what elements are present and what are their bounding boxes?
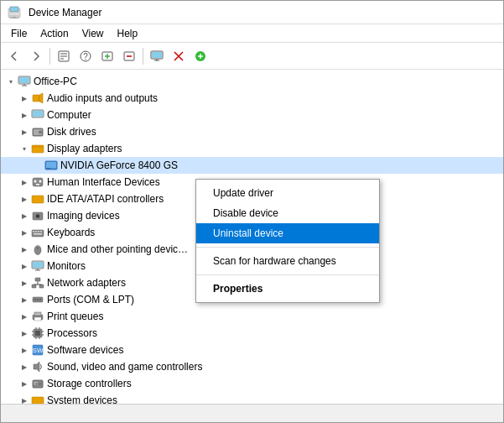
ctx-properties[interactable]: Properties	[196, 279, 379, 299]
window-icon	[8, 6, 21, 19]
audio-icon	[31, 91, 44, 105]
tree-item-audio[interactable]: ▶ Audio inputs and outputs	[1, 90, 503, 107]
computer-icon	[18, 75, 31, 88]
svg-point-40	[37, 215, 39, 217]
tree-item-disk[interactable]: ▶ Disk drives	[1, 123, 503, 140]
back-button[interactable]	[4, 46, 24, 66]
ctx-update-driver[interactable]: Update driver	[196, 183, 379, 203]
sound-icon	[31, 360, 44, 373]
disk-icon	[31, 125, 44, 138]
uninstall-button[interactable]	[119, 46, 139, 66]
tree-label: System devices	[47, 394, 117, 404]
title-bar: Device Manager	[1, 1, 503, 24]
expander-imaging[interactable]: ▶	[18, 209, 31, 222]
menu-file[interactable]: File	[4, 26, 34, 41]
expander-hid[interactable]: ▶	[18, 175, 31, 189]
context-menu: Update driver Disable device Uninstall d…	[195, 179, 380, 303]
properties-button[interactable]	[54, 46, 74, 66]
svg-rect-44	[38, 231, 39, 232]
ctx-scan-hardware[interactable]: Scan for hardware changes	[196, 251, 379, 271]
network-icon	[31, 276, 44, 290]
svg-point-81	[39, 383, 42, 386]
window-title: Device Manager	[29, 7, 101, 18]
svg-rect-19	[19, 77, 29, 83]
computer-button[interactable]	[147, 46, 167, 66]
computer-device-icon	[31, 108, 44, 122]
toolbar: ?	[1, 43, 503, 70]
processor-icon	[31, 326, 44, 340]
menu-action[interactable]: Action	[34, 26, 75, 41]
scan-hardware-button[interactable]	[97, 46, 117, 66]
svg-rect-2	[8, 15, 20, 17]
expander-sound[interactable]: ▶	[18, 360, 31, 373]
tree-item-sound[interactable]: ▶ Sound, video and game controllers	[1, 358, 503, 375]
tree-label: Imaging devices	[47, 210, 120, 222]
svg-rect-25	[33, 111, 43, 117]
expander-network[interactable]: ▶	[18, 276, 31, 290]
expander-storage[interactable]: ▶	[18, 377, 31, 390]
svg-point-63	[39, 299, 41, 300]
device-manager-window: Device Manager File Action View Help	[0, 0, 504, 423]
expander-system[interactable]: ▶	[18, 394, 31, 404]
expander-office-pc[interactable]: ▾	[4, 75, 18, 88]
svg-rect-37	[32, 196, 44, 203]
system-icon	[31, 394, 44, 404]
tree-item-display-adapters[interactable]: ▾ Display adapters	[1, 140, 503, 157]
expander-ports[interactable]: ▶	[18, 293, 31, 306]
menu-bar: File Action View Help	[1, 24, 503, 43]
svg-rect-22	[33, 95, 39, 102]
svg-marker-23	[39, 93, 43, 103]
tree-item-nvidia[interactable]: ▶ NVIDIA GeForce 8400 GS	[1, 157, 503, 174]
hid-icon	[31, 175, 44, 189]
svg-rect-54	[35, 278, 40, 281]
update-driver-button[interactable]: ?	[75, 46, 96, 66]
svg-rect-83	[34, 384, 36, 384]
expander-processors[interactable]: ▶	[18, 326, 31, 340]
expander-monitors[interactable]: ▶	[18, 259, 31, 273]
svg-point-34	[34, 180, 37, 183]
svg-rect-51	[33, 262, 43, 268]
expander-keyboards[interactable]: ▶	[18, 226, 31, 239]
menu-help[interactable]: Help	[111, 26, 145, 41]
tree-label: Display adapters	[47, 143, 122, 154]
ctx-uninstall-device[interactable]: Uninstall device	[196, 223, 379, 243]
software-icon: SW	[31, 343, 44, 357]
expander-audio[interactable]: ▶	[18, 91, 31, 105]
remove-device-button[interactable]	[169, 46, 189, 66]
expander-computer[interactable]: ▶	[18, 108, 31, 122]
forward-button[interactable]	[26, 46, 46, 66]
tree-label: Storage controllers	[47, 378, 132, 389]
menu-view[interactable]: View	[75, 26, 111, 41]
ctx-disable-device[interactable]: Disable device	[196, 203, 379, 223]
expander-display[interactable]: ▾	[18, 142, 31, 155]
expander-ide[interactable]: ▶	[18, 192, 31, 206]
tree-label: Keyboards	[47, 227, 95, 238]
toolbar-separator-1	[49, 48, 50, 65]
expander-print[interactable]: ▶	[18, 310, 31, 323]
tree-item-system[interactable]: ▶ System devices	[1, 392, 503, 404]
add-device-button[interactable]	[190, 46, 210, 66]
svg-rect-45	[40, 231, 42, 232]
svg-rect-31	[46, 162, 56, 168]
tree-label: Office-PC	[34, 76, 77, 87]
tree-label: Disk drives	[47, 126, 96, 138]
svg-rect-1	[10, 7, 18, 12]
ctx-separator-2	[196, 274, 379, 275]
tree-item-office-pc[interactable]: ▾ Office-PC	[1, 73, 503, 90]
tree-item-software[interactable]: ▶ SW Software devices	[1, 342, 503, 358]
status-bar	[1, 404, 503, 422]
tree-item-storage[interactable]: ▶ Storage controllers	[1, 375, 503, 392]
display-folder-icon	[31, 142, 44, 155]
svg-point-28	[39, 131, 42, 134]
tree-label: Computer	[47, 109, 91, 121]
svg-rect-42	[33, 231, 34, 232]
svg-rect-68	[35, 331, 40, 336]
svg-marker-79	[34, 362, 39, 372]
tree-item-processors[interactable]: ▶ Processors	[1, 325, 503, 342]
tree-item-computer[interactable]: ▶ Computer	[1, 107, 503, 123]
monitor-icon	[31, 259, 44, 273]
expander-mice[interactable]: ▶	[18, 243, 31, 256]
expander-software[interactable]: ▶	[18, 343, 31, 357]
expander-disk[interactable]: ▶	[18, 125, 31, 138]
tree-item-print[interactable]: ▶ Print queues	[1, 308, 503, 325]
